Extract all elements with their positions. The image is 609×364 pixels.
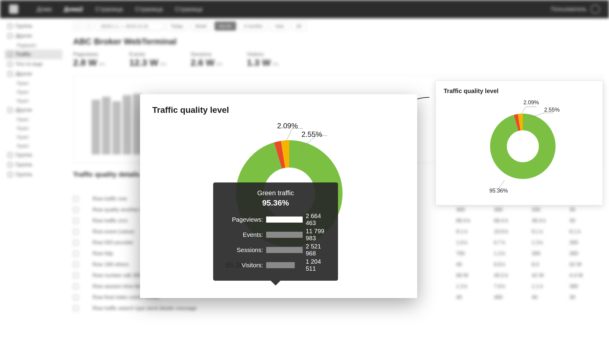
preset-today[interactable]: Today bbox=[166, 21, 188, 31]
row-value: 6.7 k bbox=[494, 240, 527, 246]
row-checkbox[interactable] bbox=[73, 284, 79, 289]
tooltip-row: Events:11 799 983 bbox=[220, 228, 331, 242]
sidebar-icon bbox=[8, 162, 12, 167]
row-value: 40 bbox=[456, 294, 490, 300]
row-value: 68 W bbox=[456, 272, 490, 279]
sidebar-icon bbox=[8, 172, 12, 177]
preset-3months[interactable]: 3 months bbox=[239, 21, 267, 31]
sidebar-icon bbox=[8, 52, 12, 57]
sidebar-icon bbox=[8, 24, 12, 29]
sidebar: Группа Другое Подпункт Traffic Что-то ещ… bbox=[5, 21, 62, 179]
sidebar-subitem[interactable]: Пункт bbox=[5, 88, 62, 96]
row-value: 8.0 bbox=[532, 262, 565, 268]
preset-week[interactable]: Week bbox=[191, 21, 211, 31]
tooltip-metric-label: Events: bbox=[220, 231, 263, 238]
preset-month[interactable]: Month bbox=[214, 21, 236, 31]
row-value: 88.4 k bbox=[456, 218, 490, 224]
row-value: 700 bbox=[456, 251, 490, 257]
sidebar-item[interactable]: Группа bbox=[5, 170, 62, 179]
preset-all[interactable]: All bbox=[292, 21, 306, 31]
row-checkbox[interactable] bbox=[73, 306, 79, 311]
prev-period-button[interactable]: ‹ bbox=[73, 22, 82, 30]
nav-item[interactable]: Страница bbox=[135, 6, 163, 13]
row-value: 380 bbox=[569, 283, 603, 289]
row-checkbox[interactable] bbox=[73, 229, 79, 234]
tooltip-metric-label: Pageviews: bbox=[220, 216, 263, 223]
row-value: 1.3 k bbox=[494, 251, 527, 257]
traffic-quality-big-card: Traffic quality level 2.09% 2.55% 95.36%… bbox=[140, 94, 417, 298]
row-value: 300 bbox=[456, 207, 490, 213]
row-value: 4.4 W bbox=[569, 272, 603, 279]
sidebar-subitem[interactable]: Пункт bbox=[5, 133, 62, 141]
sidebar-icon bbox=[8, 33, 12, 38]
tooltip-bar bbox=[266, 262, 295, 268]
row-checkbox[interactable] bbox=[73, 262, 79, 267]
row-value: 30 bbox=[569, 294, 603, 300]
small-label-red: 2.09% bbox=[523, 99, 539, 106]
row-checkbox[interactable] bbox=[73, 251, 79, 256]
sidebar-item[interactable]: Что-то еще bbox=[5, 59, 62, 69]
row-value: 1.1 k bbox=[532, 283, 565, 289]
table-row[interactable]: Row traffic search type send details mes… bbox=[73, 303, 603, 314]
row-checkbox[interactable] bbox=[73, 207, 79, 213]
user-area[interactable]: Пользователь bbox=[551, 5, 600, 14]
sidebar-subitem[interactable]: Пункт bbox=[5, 124, 62, 133]
sidebar-item[interactable]: Другое bbox=[5, 31, 62, 41]
nav-item[interactable]: Страница bbox=[95, 6, 123, 13]
tooltip-bar bbox=[266, 247, 303, 253]
nav-item[interactable]: Страница bbox=[175, 6, 202, 13]
row-value: 200 bbox=[532, 207, 565, 213]
sidebar-subitem[interactable]: Подпункт bbox=[5, 41, 62, 50]
row-checkbox[interactable] bbox=[73, 273, 79, 278]
preset-year[interactable]: Year bbox=[270, 21, 289, 31]
tooltip-bar bbox=[266, 217, 303, 223]
sidebar-item[interactable]: Группа bbox=[5, 160, 62, 170]
sidebar-subitem[interactable]: Пункт bbox=[5, 115, 62, 124]
sidebar-item[interactable]: Группа bbox=[5, 21, 62, 31]
row-name: Row traffic search type send details mes… bbox=[93, 305, 452, 311]
kpi-row: Pageviews 2.8 W0% Events 12.3 W0% Sessio… bbox=[73, 51, 603, 68]
row-value: 42 W bbox=[532, 272, 565, 279]
nav-item[interactable]: Дома2 bbox=[64, 6, 83, 13]
sidebar-subitem[interactable]: Пункт bbox=[5, 141, 62, 150]
avatar-icon bbox=[591, 5, 600, 14]
sidebar-subitem[interactable]: Пункт bbox=[5, 96, 62, 105]
sidebar-item[interactable]: Группа bbox=[5, 150, 62, 160]
tooltip-metric-label: Visitors: bbox=[220, 262, 263, 269]
next-period-button[interactable]: › bbox=[85, 22, 93, 30]
tooltip-metric-value: 11 799 983 bbox=[306, 228, 331, 242]
tooltip-metric-value: 2 664 463 bbox=[306, 213, 331, 227]
sidebar-item-traffic[interactable]: Traffic bbox=[5, 50, 62, 59]
tooltip-bar bbox=[266, 232, 303, 238]
donut-tooltip: Green traffic 95.36% Pageviews:2 664 463… bbox=[213, 182, 338, 281]
row-checkbox[interactable] bbox=[73, 295, 79, 300]
row-value: 300 bbox=[569, 251, 603, 257]
small-label-green: 95.36% bbox=[489, 188, 508, 194]
row-value: 30 bbox=[569, 207, 603, 213]
row-value: 68.4 k bbox=[494, 218, 527, 224]
svg-rect-3 bbox=[123, 95, 131, 154]
row-value: 1.6 k bbox=[456, 240, 490, 246]
sidebar-item[interactable]: Другое bbox=[5, 69, 62, 79]
row-value: 62 W bbox=[569, 262, 603, 268]
sidebar-subitem[interactable]: Пункт bbox=[5, 79, 62, 88]
big-label-red: 2.09% bbox=[277, 122, 298, 130]
date-range-row: ‹ › 2019.1.1 — 2019.12.31 Today Week Mon… bbox=[73, 21, 603, 31]
row-checkbox[interactable] bbox=[73, 196, 79, 202]
row-value: 400 bbox=[494, 294, 527, 300]
row-value: 30 bbox=[569, 218, 603, 224]
nav-item[interactable]: Дома bbox=[37, 6, 52, 13]
svg-rect-2 bbox=[112, 101, 121, 154]
traffic-quality-small-panel: Traffic quality level 2.09% 2.55% 95.36% bbox=[435, 81, 603, 205]
tooltip-metric-value: 2 521 968 bbox=[306, 243, 331, 257]
row-value: 7.8 k bbox=[494, 283, 527, 289]
big-label-yellow: 2.55% bbox=[301, 130, 322, 139]
sidebar-item[interactable]: Другое bbox=[5, 105, 62, 115]
row-value: 1.3 k bbox=[456, 283, 490, 289]
row-checkbox[interactable] bbox=[73, 218, 79, 224]
date-range-display[interactable]: 2019.1.1 — 2019.12.31 bbox=[96, 21, 163, 31]
page-title: ABC Broker WebTerminal bbox=[73, 37, 603, 47]
row-checkbox[interactable] bbox=[73, 240, 79, 245]
row-value: 9.1 k bbox=[532, 229, 565, 235]
kpi-visitors: Visitors 1.3 W0% bbox=[247, 51, 279, 68]
